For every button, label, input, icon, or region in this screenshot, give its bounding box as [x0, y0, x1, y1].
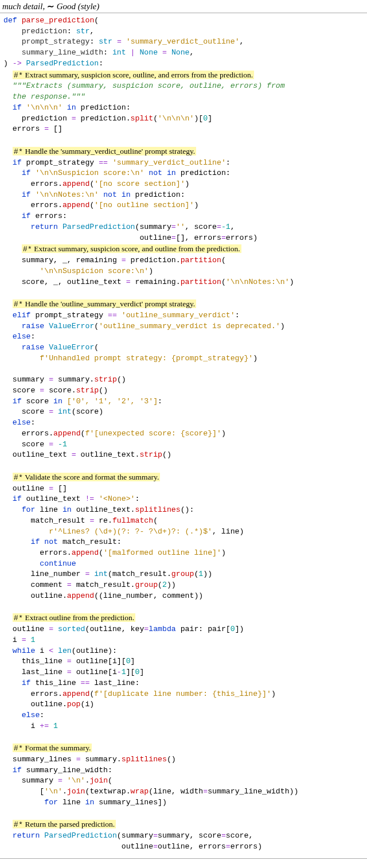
- caption-tilde: ∼: [47, 2, 54, 11]
- code-listing: def parse_prediction( prediction: str, p…: [3, 15, 364, 853]
- caption-prefix: much detail: [2, 2, 42, 11]
- caption-good: Good: [57, 2, 76, 11]
- annotation-comment: #* Return the parsed prediction.: [13, 820, 116, 828]
- code-block: def parse_prediction( prediction: str, p…: [0, 13, 367, 859]
- figure-caption: much detail, ∼ Good (style): [0, 0, 367, 13]
- annotation-comment: #* Extract outline from the prediction.: [13, 613, 135, 622]
- annotation-comment: #* Extract summary, suspicion score, and…: [22, 244, 241, 253]
- annotation-comment: #* Extract summary, suspicion score, out…: [13, 71, 254, 79]
- caption-style: (style): [76, 2, 99, 11]
- annotation-comment: #* Validate the score and format the sum…: [13, 473, 161, 481]
- annotation-comment: #* Handle the 'summary_verdict_outline' …: [13, 147, 196, 155]
- annotation-comment: #* Handle the 'outline_summary_verdict' …: [13, 299, 196, 308]
- annotation-comment: #* Format the summary.: [13, 744, 92, 752]
